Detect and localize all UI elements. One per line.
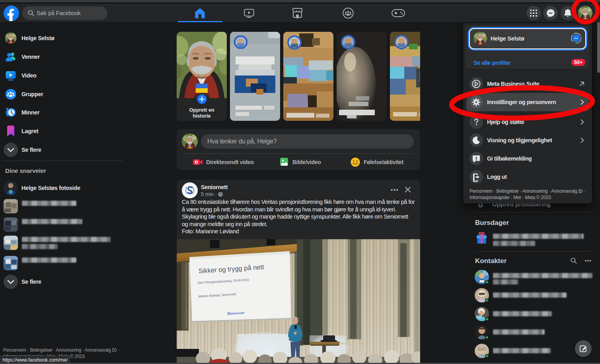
svg-text:S: S xyxy=(227,311,230,316)
